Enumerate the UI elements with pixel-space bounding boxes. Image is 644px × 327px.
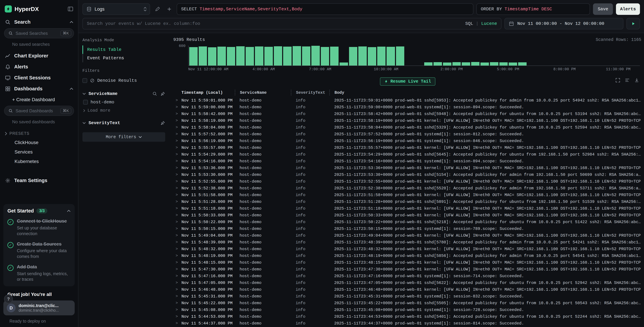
histogram-plot[interactable] <box>188 46 640 66</box>
order-by-input[interactable]: ORDER BY TimestampTime DESC <box>476 4 590 15</box>
expand-row-chevron[interactable]: > <box>173 146 181 150</box>
sidebar-item-services[interactable]: Services <box>0 147 78 157</box>
histogram-bar[interactable] <box>462 62 470 66</box>
log-row[interactable]: > Nov 11 5:59:00.000 PM host-demo info 2… <box>173 104 643 110</box>
sidebar-item-team-settings[interactable]: Team Settings <box>0 175 78 186</box>
histogram-bar[interactable] <box>340 62 348 66</box>
expand-row-chevron[interactable]: > <box>173 105 181 109</box>
filter-host-demo-checkbox[interactable]: host-demo <box>82 98 165 107</box>
expand-row-chevron[interactable]: > <box>173 321 181 326</box>
histogram-bar[interactable] <box>396 46 404 66</box>
histogram-bar[interactable] <box>424 62 433 66</box>
presets-section-toggle[interactable]: PRESETS <box>0 128 78 138</box>
sidebar-item-kubernetes[interactable]: Kubernetes <box>0 157 78 166</box>
expand-row-chevron[interactable]: > <box>173 227 181 231</box>
histogram-bar[interactable] <box>368 47 376 66</box>
log-row[interactable]: > Nov 11 5:48:39.000 PM host-demo info 2… <box>173 239 643 246</box>
log-row[interactable]: > Nov 11 5:45:31.000 PM host-demo info 2… <box>173 293 643 300</box>
histogram-bar[interactable] <box>264 47 273 66</box>
expand-row-chevron[interactable]: > <box>173 152 181 156</box>
sidebar-item-clickhouse[interactable]: ClickHouse <box>0 138 78 147</box>
sidebar-item-alerts[interactable]: Alerts <box>0 61 78 72</box>
expand-row-chevron[interactable]: > <box>173 301 181 305</box>
expand-row-chevron[interactable]: > <box>173 288 181 292</box>
histogram-bar[interactable] <box>311 46 320 66</box>
log-row[interactable]: > Nov 11 5:52:38.000 PM host-demo info 2… <box>173 185 643 192</box>
mode-results-table[interactable]: Results Table <box>82 46 165 54</box>
save-button[interactable]: Save <box>593 4 613 15</box>
histogram-bar[interactable] <box>246 47 254 66</box>
log-row[interactable]: > Nov 11 5:53:30.000 PM host-demo info 2… <box>173 171 643 178</box>
log-row[interactable]: > Nov 11 5:50:15.000 PM host-demo info 2… <box>173 225 643 232</box>
expand-row-chevron[interactable]: > <box>173 166 181 170</box>
histogram-bar[interactable] <box>302 46 310 66</box>
run-query-button[interactable] <box>626 18 640 30</box>
log-row[interactable]: > Nov 11 5:54:16.000 PM host-demo info 2… <box>173 158 643 164</box>
log-row[interactable]: > Nov 11 5:53:36.000 PM host-demo info 2… <box>173 164 643 171</box>
expand-row-chevron[interactable]: > <box>173 172 181 177</box>
histogram-bar[interactable] <box>518 62 526 66</box>
log-row[interactable]: > Nov 11 5:59:01.000 PM host-demo info 2… <box>173 97 643 104</box>
expand-row-chevron[interactable]: > <box>173 159 181 163</box>
expand-row-chevron[interactable]: > <box>173 281 181 285</box>
sidebar-item-chart-explorer[interactable]: Chart Explorer <box>0 50 78 61</box>
expand-row-chevron[interactable]: > <box>173 118 181 123</box>
log-row[interactable]: > Nov 11 5:50:33.000 PM host-demo info 2… <box>173 212 643 218</box>
log-row[interactable]: > Nov 11 5:50:22.000 PM host-demo info 2… <box>173 218 643 225</box>
get-started-header[interactable]: Get Started 3/3 <box>8 208 70 214</box>
column-header-body[interactable]: Body <box>330 90 643 96</box>
expand-row-chevron[interactable]: > <box>173 206 181 210</box>
collapse-sidebar-icon[interactable] <box>68 6 73 12</box>
select-columns-input[interactable]: SELECT Timestamp,ServiceName,SeverityTex… <box>177 4 473 15</box>
log-row[interactable]: > Nov 11 5:44:53.000 PM host-demo info 2… <box>173 313 643 320</box>
histogram-bar[interactable] <box>443 62 452 66</box>
histogram-bar[interactable] <box>208 47 216 66</box>
log-row[interactable]: > Nov 11 5:55:57.000 PM host-demo info 2… <box>173 144 643 151</box>
histogram-bar[interactable] <box>358 46 367 66</box>
log-row[interactable]: > Nov 11 5:58:04.000 PM host-demo info 2… <box>173 124 643 131</box>
histogram-bar[interactable] <box>480 62 489 66</box>
filter-group-severitytext[interactable]: SeverityText <box>82 119 165 127</box>
histogram-bar[interactable] <box>274 46 282 66</box>
get-started-step[interactable]: ✓ Connect to ClickHouse Set up your data… <box>8 218 70 236</box>
time-range-picker[interactable]: Nov 11 00:00:00 - Nov 12 00:00:00 <box>504 18 624 30</box>
log-row[interactable]: > Nov 11 5:51:28.000 PM host-demo info 2… <box>173 198 643 205</box>
filter-group-servicename[interactable]: ServiceName <box>82 90 165 98</box>
download-icon[interactable] <box>634 78 639 83</box>
histogram-bar[interactable] <box>509 62 517 66</box>
log-row[interactable]: > Nov 11 5:47:30.000 PM host-demo info 2… <box>173 266 643 272</box>
expand-row-chevron[interactable]: > <box>173 200 181 204</box>
source-select[interactable]: Logs <box>82 4 150 15</box>
expand-row-chevron[interactable]: > <box>173 180 181 184</box>
expand-row-chevron[interactable]: > <box>173 294 181 298</box>
histogram-bar[interactable] <box>236 46 245 66</box>
help-button[interactable]: ? <box>4 294 13 303</box>
histogram-bar[interactable] <box>255 46 264 66</box>
expand-row-chevron[interactable]: > <box>173 139 181 143</box>
histogram-bar[interactable] <box>199 46 207 66</box>
load-more-button[interactable]: Load more <box>82 107 165 114</box>
denoise-results-checkbox[interactable]: Denoise Results <box>82 76 165 85</box>
histogram-bar[interactable] <box>189 47 198 66</box>
get-started-step[interactable]: ✓ Add Data Start sending logs, metrics, … <box>8 264 70 282</box>
saved-dashboards-input[interactable]: Saved Dashboards ⌘K <box>4 106 74 116</box>
column-header-severitytext[interactable]: SeverityText <box>291 90 330 96</box>
histogram-bar[interactable] <box>377 46 386 66</box>
search-filter-icon[interactable] <box>152 92 157 96</box>
log-row[interactable]: > Nov 11 5:52:55.000 PM host-demo info 2… <box>173 178 643 185</box>
log-row[interactable]: > Nov 11 5:51:58.000 PM host-demo info 2… <box>173 192 643 198</box>
expand-row-chevron[interactable]: > <box>173 260 181 265</box>
log-row[interactable]: > Nov 11 5:45:22.000 PM host-demo info 2… <box>173 300 643 306</box>
log-row[interactable]: > Nov 11 5:56:19.000 PM host-demo info 2… <box>173 138 643 144</box>
more-filters-button[interactable]: More filters <box>82 132 165 142</box>
edit-source-button[interactable] <box>153 5 162 14</box>
histogram-bar[interactable] <box>349 47 358 66</box>
saved-searches-input[interactable]: Saved Searches ⌘K <box>4 28 74 38</box>
expand-row-chevron[interactable]: > <box>173 112 181 116</box>
log-row[interactable]: > Nov 11 5:51:18.000 PM host-demo info 2… <box>173 205 643 212</box>
log-row[interactable]: > Nov 11 5:48:19.000 PM host-demo info 2… <box>173 252 643 259</box>
column-header-timestamp[interactable]: Timestamp (Local) <box>181 90 235 95</box>
expand-row-chevron[interactable]: > <box>173 274 181 278</box>
expand-row-chevron[interactable]: > <box>173 308 181 312</box>
log-row[interactable]: > Nov 11 5:48:32.000 PM host-demo info 2… <box>173 246 643 252</box>
